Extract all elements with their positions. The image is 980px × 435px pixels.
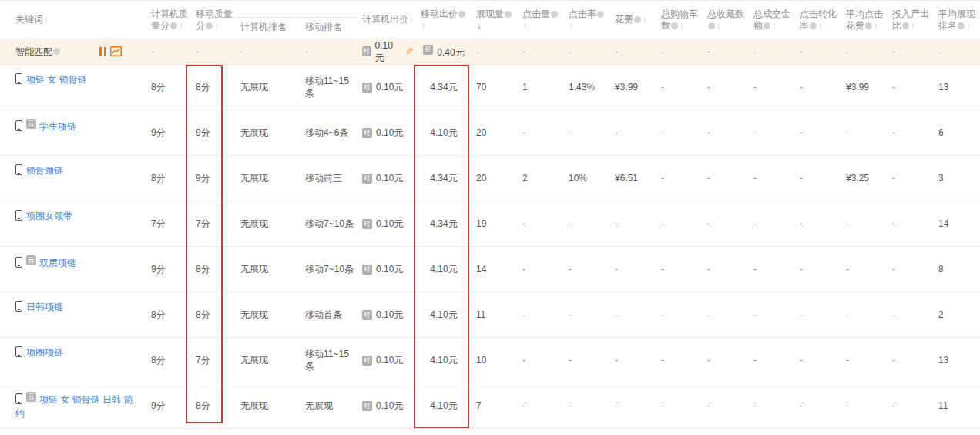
sort-up-icon[interactable]: ↑ [409, 15, 414, 24]
help-icon[interactable] [902, 22, 909, 29]
sort-up-icon[interactable]: ↑ [874, 21, 878, 30]
time-discount-badge-icon: 时 [362, 265, 372, 275]
help-icon[interactable] [206, 22, 213, 29]
col-header-label-gmv[interactable]: 总成交金额↑ [753, 8, 790, 31]
help-icon[interactable] [708, 22, 715, 29]
sort-down-icon[interactable]: ↓ [477, 21, 482, 30]
roi-value: - [892, 355, 895, 366]
keyword-link[interactable]: 日韩项链 [26, 302, 63, 312]
help-icon[interactable] [671, 22, 678, 29]
edit-bid-icon[interactable]: ✎ [405, 46, 414, 56]
mobile_score-value: 8分 [196, 400, 210, 411]
cell-pc-bid[interactable]: 时0.10元 [357, 247, 416, 292]
sort-up-icon[interactable]: ↑ [523, 21, 528, 30]
cell-mobile-bid[interactable]: 4.10元 [416, 292, 472, 338]
cell-mobile-bid[interactable]: 3.72元 [416, 429, 472, 435]
keyword-link[interactable]: 双层项链 [39, 258, 76, 268]
cell-mobile-bid[interactable]: 4.34元 [416, 65, 472, 110]
sort-up-icon[interactable]: ↑ [179, 21, 183, 30]
col-header-label-impressions[interactable]: 展现量↓ [476, 8, 512, 31]
cell-pc-bid[interactable]: 时0.10元 [357, 338, 416, 383]
sort-up-icon[interactable]: ↑ [717, 21, 721, 30]
cell-pc_rank: 无展现 [236, 429, 300, 435]
keyword-link[interactable]: 项圈项链 [26, 347, 63, 358]
mobile-discount-badge-icon: 折 [423, 45, 433, 55]
cell-keyword: 云学生项链 [0, 110, 146, 156]
sort-up-icon[interactable]: ↑ [44, 15, 49, 24]
sort-up-icon[interactable]: ↑ [680, 21, 684, 30]
col-header-label-mobile_score[interactable]: 移动质量分↑ [196, 8, 233, 31]
pc_score-value: 9分 [151, 127, 166, 138]
header-row: 关键词↑计算机质量分↑移动质量分↑计算机排名移动排名计算机出价↑移动出价↑展现量… [0, 1, 980, 39]
cell-cvr: - [795, 338, 841, 383]
help-icon[interactable] [810, 22, 817, 29]
help-icon[interactable] [551, 11, 558, 18]
col-header-label-mobile_rank[interactable]: 移动排名 [305, 22, 342, 32]
col-header-text: 关键词 [15, 14, 43, 25]
keyword-link[interactable]: 项圈女颈带 [26, 211, 72, 221]
help-icon[interactable] [865, 22, 872, 29]
col-header-label-pc_bid[interactable]: 计算机出价↑ [362, 14, 414, 25]
col-header-label-mobile_bid[interactable]: 移动出价↑ [421, 8, 466, 31]
cell-mobile-bid[interactable]: 4.34元 [416, 201, 472, 247]
cell-pc-bid[interactable]: 时0.10元 [357, 156, 416, 201]
cell-avg_rank: 11 [934, 383, 980, 429]
keyword-link[interactable]: 项链 女 锁骨链 [26, 74, 87, 85]
cell-pc-bid[interactable]: 时0.10元 [357, 292, 416, 338]
cell-mobile-bid[interactable]: 折0.40元 [416, 39, 472, 65]
sort-up-icon[interactable]: ↑ [911, 21, 915, 30]
col-header-label-pc_rank[interactable]: 计算机排名 [240, 22, 287, 32]
col-header-label-carts[interactable]: 总购物车数↑ [661, 8, 698, 31]
cell-mobile-bid[interactable]: 4.10元 [416, 383, 472, 429]
help-icon[interactable] [597, 11, 604, 18]
cell-mobile-bid[interactable]: 4.10元 [416, 338, 472, 383]
gmv-value: - [753, 264, 757, 275]
col-header-label-clicks[interactable]: 点击量↑ [522, 8, 559, 31]
col-header-label-ctr[interactable]: 点击率↑ [569, 8, 605, 31]
cell-mobile-bid[interactable]: 4.34元 [416, 156, 472, 201]
col-header-label-avg_rank[interactable]: 平均展现排名↑ [938, 8, 975, 31]
pause-campaign-icon[interactable] [99, 47, 106, 56]
sort-up-icon[interactable]: ↑ [214, 21, 219, 30]
col-header-label-cpc[interactable]: 平均点击花费↑ [846, 8, 883, 31]
cell-pc-bid[interactable]: 时0.10元 [357, 65, 416, 110]
sort-up-icon[interactable]: ↑ [818, 21, 823, 30]
help-icon[interactable] [764, 22, 770, 29]
help-icon[interactable] [170, 22, 177, 29]
cell-mobile_score: 7分 [191, 338, 236, 383]
sort-up-icon[interactable]: ↑ [772, 21, 777, 30]
help-icon[interactable] [53, 48, 60, 55]
cell-clicks: - [518, 338, 564, 383]
sort-up-icon[interactable]: ↑ [643, 15, 647, 24]
cell-roi: - [888, 338, 934, 383]
col-header-label-roi[interactable]: 投入产出比↑ [892, 8, 929, 31]
cell-pc-bid[interactable]: 时0.10元 [357, 383, 416, 429]
col-header-label-favs[interactable]: 总收藏数↑ [707, 8, 744, 31]
sort-up-icon[interactable]: ↑ [569, 21, 574, 30]
cell-pc-bid[interactable]: 时0.10元 [357, 429, 416, 435]
keyword-link[interactable]: 锁骨颈链 [26, 165, 63, 176]
help-icon[interactable] [505, 11, 512, 18]
help-icon[interactable] [958, 22, 965, 29]
keyword-link[interactable]: 学生项链 [39, 121, 76, 132]
cell-pc-bid[interactable]: 时0.10元 [357, 201, 416, 247]
cell-mobile-bid[interactable]: 4.10元 [416, 110, 472, 156]
sort-up-icon[interactable]: ↑ [966, 21, 971, 30]
col-header-label-cvr[interactable]: 点击转化率↑ [800, 8, 837, 31]
cost-value: - [615, 355, 618, 366]
dash-value: - [753, 46, 757, 57]
sort-up-icon[interactable]: ↑ [421, 21, 426, 30]
mobile-bid-amount: 4.34元 [430, 173, 457, 184]
chart-icon[interactable] [110, 46, 122, 56]
col-header-label-keyword[interactable]: 关键词↑ [15, 14, 49, 25]
cell-pc-bid[interactable]: 时0.10元✎ [357, 39, 416, 65]
col-header-label-pc_score[interactable]: 计算机质量分↑ [151, 8, 188, 31]
help-icon[interactable] [634, 16, 641, 23]
help-icon[interactable] [458, 11, 465, 18]
cell-mobile-bid[interactable]: 4.10元 [416, 247, 472, 292]
cell-pc-bid[interactable]: 时0.10元 [357, 110, 416, 156]
cell-keyword: 智能匹配 [0, 39, 146, 65]
avg_rank-value: 13 [938, 82, 948, 93]
col-header-label-cost[interactable]: 花费↑ [615, 14, 647, 25]
avg_rank-value: 2 [938, 309, 944, 320]
